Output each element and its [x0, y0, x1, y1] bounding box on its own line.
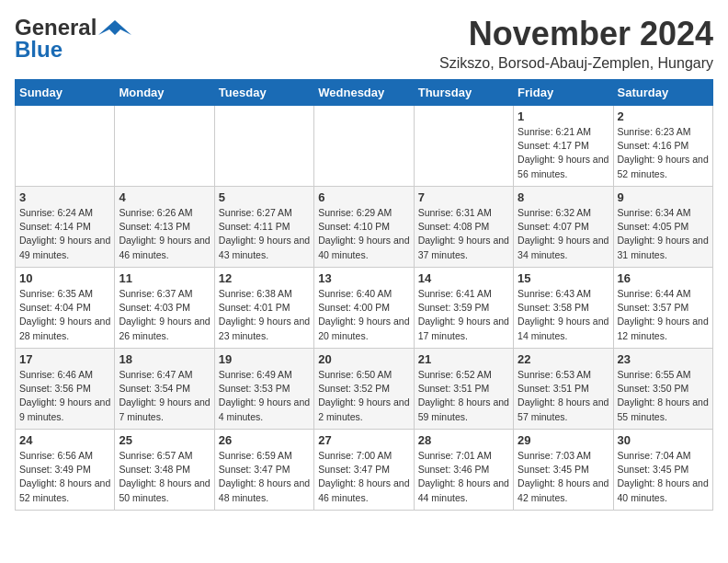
calendar-cell: 25Sunrise: 6:57 AMSunset: 3:48 PMDayligh…: [115, 430, 214, 511]
day-info: Sunrise: 7:04 AMSunset: 3:45 PMDaylight:…: [618, 449, 709, 505]
day-number: 22: [518, 352, 609, 366]
day-info: Sunrise: 6:26 AMSunset: 4:13 PMDaylight:…: [119, 206, 210, 262]
calendar-cell: 30Sunrise: 7:04 AMSunset: 3:45 PMDayligh…: [613, 430, 712, 511]
day-info: Sunrise: 6:55 AMSunset: 3:50 PMDaylight:…: [618, 368, 709, 424]
day-number: 13: [318, 271, 409, 285]
day-number: 14: [418, 271, 509, 285]
day-number: 7: [418, 190, 509, 204]
calendar-cell: 29Sunrise: 7:03 AMSunset: 3:45 PMDayligh…: [514, 430, 613, 511]
day-info: Sunrise: 6:32 AMSunset: 4:07 PMDaylight:…: [518, 206, 609, 262]
day-number: 8: [518, 190, 609, 204]
calendar-cell: [115, 106, 214, 187]
calendar-cell: 9Sunrise: 6:34 AMSunset: 4:05 PMDaylight…: [613, 187, 712, 268]
day-info: Sunrise: 6:53 AMSunset: 3:51 PMDaylight:…: [518, 368, 609, 424]
month-title: November 2024: [439, 15, 713, 53]
calendar-cell: 22Sunrise: 6:53 AMSunset: 3:51 PMDayligh…: [514, 349, 613, 430]
day-header: Sunday: [16, 80, 115, 106]
calendar-cell: 10Sunrise: 6:35 AMSunset: 4:04 PMDayligh…: [16, 268, 115, 349]
calendar-cell: 23Sunrise: 6:55 AMSunset: 3:50 PMDayligh…: [613, 349, 712, 430]
day-number: 21: [418, 352, 509, 366]
day-number: 12: [219, 271, 310, 285]
day-info: Sunrise: 6:23 AMSunset: 4:16 PMDaylight:…: [618, 125, 709, 181]
day-info: Sunrise: 6:50 AMSunset: 3:52 PMDaylight:…: [318, 368, 409, 424]
calendar-cell: 26Sunrise: 6:59 AMSunset: 3:47 PMDayligh…: [214, 430, 313, 511]
calendar-cell: 16Sunrise: 6:44 AMSunset: 3:57 PMDayligh…: [613, 268, 712, 349]
day-number: 4: [119, 190, 210, 204]
calendar-cell: [16, 106, 115, 187]
day-info: Sunrise: 6:56 AMSunset: 3:49 PMDaylight:…: [19, 449, 110, 505]
day-info: Sunrise: 6:52 AMSunset: 3:51 PMDaylight:…: [418, 368, 509, 424]
day-info: Sunrise: 6:43 AMSunset: 3:58 PMDaylight:…: [518, 287, 609, 343]
day-header: Saturday: [613, 80, 712, 106]
day-number: 28: [418, 433, 509, 447]
day-info: Sunrise: 6:49 AMSunset: 3:53 PMDaylight:…: [219, 368, 310, 424]
day-number: 26: [219, 433, 310, 447]
calendar-header: SundayMondayTuesdayWednesdayThursdayFrid…: [16, 80, 713, 106]
calendar-cell: 1Sunrise: 6:21 AMSunset: 4:17 PMDaylight…: [514, 106, 613, 187]
day-info: Sunrise: 6:41 AMSunset: 3:59 PMDaylight:…: [418, 287, 509, 343]
day-number: 2: [618, 109, 709, 123]
day-info: Sunrise: 6:31 AMSunset: 4:08 PMDaylight:…: [418, 206, 509, 262]
day-info: Sunrise: 6:24 AMSunset: 4:14 PMDaylight:…: [19, 206, 110, 262]
calendar-cell: 4Sunrise: 6:26 AMSunset: 4:13 PMDaylight…: [115, 187, 214, 268]
calendar-cell: 24Sunrise: 6:56 AMSunset: 3:49 PMDayligh…: [16, 430, 115, 511]
day-number: 10: [19, 271, 110, 285]
calendar-cell: 19Sunrise: 6:49 AMSunset: 3:53 PMDayligh…: [214, 349, 313, 430]
calendar-cell: 3Sunrise: 6:24 AMSunset: 4:14 PMDaylight…: [16, 187, 115, 268]
day-header: Wednesday: [314, 80, 414, 106]
calendar-cell: [414, 106, 513, 187]
day-number: 29: [518, 433, 609, 447]
day-header: Friday: [514, 80, 613, 106]
calendar-cell: 27Sunrise: 7:00 AMSunset: 3:47 PMDayligh…: [314, 430, 414, 511]
day-number: 20: [318, 352, 409, 366]
day-number: 25: [119, 433, 210, 447]
day-number: 3: [19, 190, 110, 204]
day-info: Sunrise: 6:59 AMSunset: 3:47 PMDaylight:…: [219, 449, 310, 505]
day-number: 30: [618, 433, 709, 447]
day-number: 15: [518, 271, 609, 285]
day-info: Sunrise: 6:35 AMSunset: 4:04 PMDaylight:…: [19, 287, 110, 343]
calendar-cell: [314, 106, 414, 187]
calendar-cell: [214, 106, 313, 187]
calendar-cell: 2Sunrise: 6:23 AMSunset: 4:16 PMDaylight…: [613, 106, 712, 187]
day-info: Sunrise: 6:57 AMSunset: 3:48 PMDaylight:…: [119, 449, 210, 505]
logo: General Blue: [15, 15, 131, 63]
location-title: Szikszo, Borsod-Abauj-Zemplen, Hungary: [439, 55, 713, 72]
svg-marker-0: [98, 20, 131, 35]
day-info: Sunrise: 6:34 AMSunset: 4:05 PMDaylight:…: [618, 206, 709, 262]
day-number: 16: [618, 271, 709, 285]
day-info: Sunrise: 7:01 AMSunset: 3:46 PMDaylight:…: [418, 449, 509, 505]
calendar-cell: 18Sunrise: 6:47 AMSunset: 3:54 PMDayligh…: [115, 349, 214, 430]
day-info: Sunrise: 6:38 AMSunset: 4:01 PMDaylight:…: [219, 287, 310, 343]
calendar-cell: 8Sunrise: 6:32 AMSunset: 4:07 PMDaylight…: [514, 187, 613, 268]
calendar: SundayMondayTuesdayWednesdayThursdayFrid…: [15, 79, 713, 511]
day-number: 9: [618, 190, 709, 204]
day-number: 5: [219, 190, 310, 204]
day-info: Sunrise: 6:44 AMSunset: 3:57 PMDaylight:…: [618, 287, 709, 343]
logo-text-blue: Blue: [15, 37, 63, 63]
day-info: Sunrise: 6:27 AMSunset: 4:11 PMDaylight:…: [219, 206, 310, 262]
day-number: 24: [19, 433, 110, 447]
day-header: Thursday: [414, 80, 513, 106]
calendar-cell: 20Sunrise: 6:50 AMSunset: 3:52 PMDayligh…: [314, 349, 414, 430]
day-number: 18: [119, 352, 210, 366]
calendar-cell: 5Sunrise: 6:27 AMSunset: 4:11 PMDaylight…: [214, 187, 313, 268]
calendar-cell: 11Sunrise: 6:37 AMSunset: 4:03 PMDayligh…: [115, 268, 214, 349]
calendar-cell: 14Sunrise: 6:41 AMSunset: 3:59 PMDayligh…: [414, 268, 513, 349]
calendar-cell: 28Sunrise: 7:01 AMSunset: 3:46 PMDayligh…: [414, 430, 513, 511]
day-number: 27: [318, 433, 409, 447]
day-info: Sunrise: 6:21 AMSunset: 4:17 PMDaylight:…: [518, 125, 609, 181]
calendar-cell: 13Sunrise: 6:40 AMSunset: 4:00 PMDayligh…: [314, 268, 414, 349]
day-number: 23: [618, 352, 709, 366]
title-area: November 2024 Szikszo, Borsod-Abauj-Zemp…: [439, 15, 713, 72]
day-info: Sunrise: 7:00 AMSunset: 3:47 PMDaylight:…: [318, 449, 409, 505]
calendar-cell: 17Sunrise: 6:46 AMSunset: 3:56 PMDayligh…: [16, 349, 115, 430]
day-info: Sunrise: 6:40 AMSunset: 4:00 PMDaylight:…: [318, 287, 409, 343]
calendar-cell: 7Sunrise: 6:31 AMSunset: 4:08 PMDaylight…: [414, 187, 513, 268]
day-info: Sunrise: 6:46 AMSunset: 3:56 PMDaylight:…: [19, 368, 110, 424]
day-number: 17: [19, 352, 110, 366]
calendar-cell: 12Sunrise: 6:38 AMSunset: 4:01 PMDayligh…: [214, 268, 313, 349]
day-info: Sunrise: 7:03 AMSunset: 3:45 PMDaylight:…: [518, 449, 609, 505]
day-number: 6: [318, 190, 409, 204]
day-number: 1: [518, 109, 609, 123]
